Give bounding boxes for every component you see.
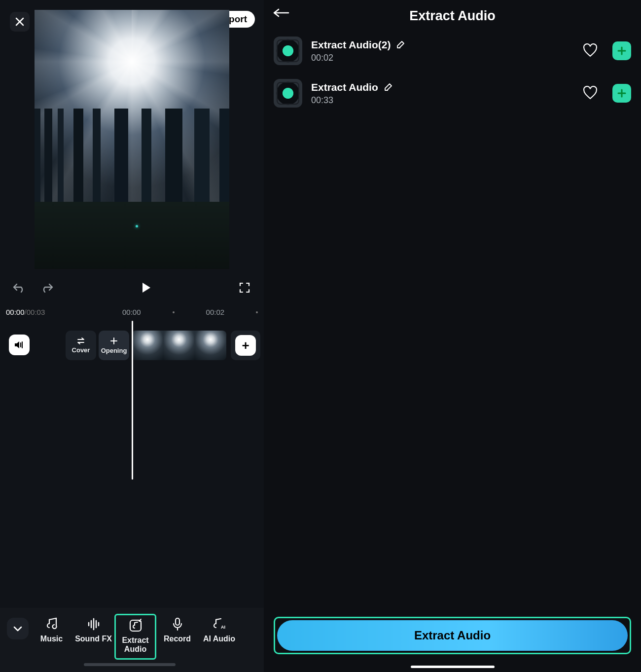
audio-duration: 00:02 bbox=[311, 53, 574, 63]
tool-label: Record bbox=[164, 635, 191, 643]
total-time: 00:03 bbox=[27, 308, 45, 316]
video-preview[interactable] bbox=[35, 10, 229, 269]
tool-label: Audio bbox=[124, 645, 146, 653]
toolbar-scroll-indicator bbox=[84, 663, 176, 666]
chevron-down-icon bbox=[13, 625, 23, 632]
tool-label: AI Audio bbox=[203, 635, 235, 643]
plus-icon: + bbox=[242, 338, 249, 353]
extract-cta-label: Extract Audio bbox=[414, 629, 491, 642]
fullscreen-button[interactable] bbox=[236, 279, 253, 296]
edit-icon[interactable] bbox=[395, 40, 405, 50]
mute-button[interactable] bbox=[9, 335, 30, 355]
page-title: Extract Audio bbox=[409, 8, 496, 24]
edit-icon[interactable] bbox=[383, 82, 393, 92]
audio-list-item[interactable]: Extract Audio 00:33 bbox=[274, 79, 631, 108]
preview-area: Pro Export bbox=[0, 0, 264, 302]
add-audio-button[interactable] bbox=[612, 41, 631, 60]
swap-icon bbox=[76, 337, 85, 344]
tool-record[interactable]: Record bbox=[156, 614, 198, 643]
svg-rect-0 bbox=[130, 620, 141, 631]
fullscreen-icon bbox=[239, 282, 250, 294]
favorite-button[interactable] bbox=[583, 86, 598, 101]
tool-label: Music bbox=[40, 635, 63, 643]
svg-text:AI: AI bbox=[221, 625, 225, 630]
audio-name: Extract Audio bbox=[311, 81, 378, 93]
undo-button[interactable] bbox=[11, 279, 28, 296]
redo-button[interactable] bbox=[38, 279, 55, 296]
extract-cta-highlight: Extract Audio bbox=[274, 617, 631, 654]
undo-icon bbox=[12, 282, 26, 293]
back-arrow-icon bbox=[273, 8, 289, 18]
favorite-button[interactable] bbox=[583, 43, 598, 58]
soundfx-icon bbox=[86, 617, 101, 632]
extract-audio-button[interactable]: Extract Audio bbox=[277, 620, 628, 651]
music-icon bbox=[44, 617, 59, 632]
time-tick: 00:00 bbox=[122, 308, 141, 316]
back-button[interactable] bbox=[273, 8, 292, 23]
current-time: 00:00 bbox=[6, 308, 25, 316]
timeline-ruler[interactable]: 00:00/00:03 00:00 00:02 bbox=[0, 302, 264, 322]
redo-icon bbox=[40, 282, 54, 293]
audio-thumb bbox=[274, 79, 302, 108]
add-audio-button[interactable] bbox=[612, 84, 631, 103]
audio-duration: 00:33 bbox=[311, 95, 574, 106]
tool-ai-audio[interactable]: AI AI Audio bbox=[198, 614, 240, 643]
audio-thumb bbox=[274, 37, 302, 65]
mic-icon bbox=[170, 617, 185, 632]
playhead[interactable] bbox=[132, 321, 133, 480]
close-button[interactable] bbox=[10, 12, 30, 32]
ai-audio-icon: AI bbox=[212, 617, 227, 632]
time-tick: 00:02 bbox=[206, 308, 225, 316]
collapse-toolbar-button[interactable] bbox=[7, 618, 29, 639]
svg-rect-1 bbox=[176, 618, 179, 625]
extract-audio-icon bbox=[128, 618, 143, 633]
plus-icon bbox=[110, 337, 118, 345]
tool-label: Sound FX bbox=[75, 635, 112, 643]
tool-music[interactable]: Music bbox=[31, 614, 72, 643]
plus-icon bbox=[617, 89, 626, 98]
tool-extract-audio[interactable]: ExtractAudio bbox=[114, 614, 156, 660]
speaker-icon bbox=[14, 340, 25, 350]
tool-soundfx[interactable]: Sound FX bbox=[72, 614, 114, 643]
play-icon bbox=[140, 281, 152, 294]
cover-label: Cover bbox=[72, 346, 90, 354]
plus-icon bbox=[617, 46, 626, 55]
audio-name: Extract Audio(2) bbox=[311, 39, 391, 51]
add-clip-button[interactable]: + bbox=[231, 331, 260, 360]
opening-button[interactable]: Opening bbox=[99, 331, 129, 360]
home-indicator bbox=[411, 666, 495, 668]
tool-label: Extract bbox=[122, 636, 148, 644]
play-button[interactable] bbox=[138, 279, 154, 296]
opening-label: Opening bbox=[101, 347, 127, 354]
audio-list-item[interactable]: Extract Audio(2) 00:02 bbox=[274, 37, 631, 65]
close-icon bbox=[15, 17, 24, 26]
cover-button[interactable]: Cover bbox=[66, 331, 96, 360]
video-clip[interactable] bbox=[132, 331, 226, 360]
